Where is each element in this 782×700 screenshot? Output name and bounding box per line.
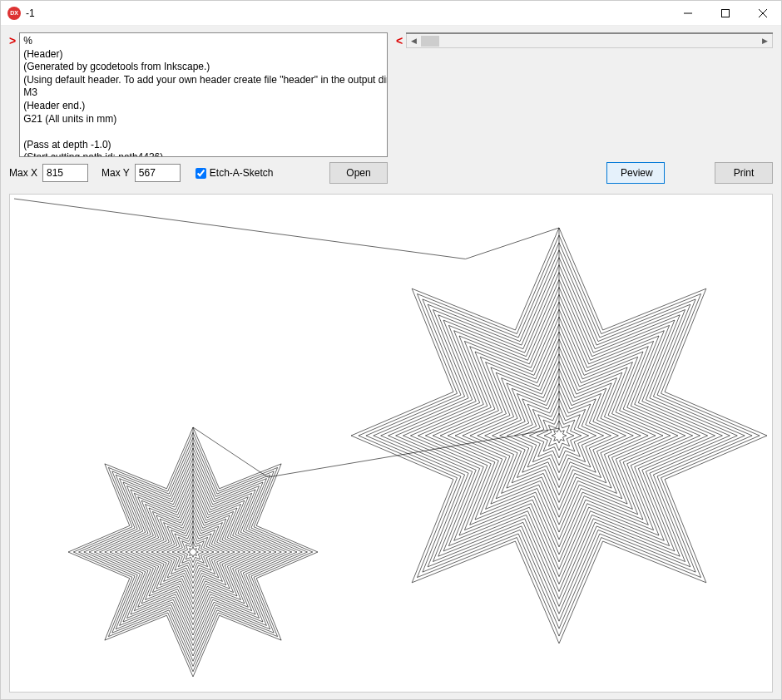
max-y-input[interactable] — [135, 164, 181, 182]
gcode-textarea[interactable] — [19, 32, 388, 157]
maximize-icon — [721, 9, 730, 17]
output-row: < ◀ ▶ — [396, 32, 773, 157]
scroll-right-icon[interactable]: ▶ — [758, 35, 772, 47]
svg-rect-1 — [721, 9, 729, 17]
etch-checkbox-wrap[interactable]: Etch-A-Sketch — [196, 167, 274, 179]
max-x-label: Max X — [9, 167, 37, 179]
preview-canvas — [9, 194, 773, 693]
titlebar: DX -1 — [1, 1, 781, 26]
path-drawing — [10, 195, 773, 693]
max-x-input[interactable] — [42, 164, 88, 182]
content-area: > Max X Max Y Etch-A-Sketch Open — [1, 26, 781, 699]
app-icon: DX — [7, 7, 21, 20]
minimize-icon — [684, 9, 692, 17]
open-button[interactable]: Open — [329, 162, 388, 184]
app-window: DX -1 > Max X Ma — [0, 0, 782, 700]
right-controls: Peview Print — [396, 162, 773, 184]
output-hscroll[interactable]: ◀ ▶ — [406, 34, 773, 48]
minimize-button[interactable] — [669, 1, 706, 26]
window-title: -1 — [26, 7, 35, 19]
etch-label: Etch-A-Sketch — [210, 167, 274, 179]
top-panels: > Max X Max Y Etch-A-Sketch Open — [9, 32, 773, 184]
right-marker: < — [396, 34, 403, 47]
close-icon — [759, 9, 767, 17]
right-panel: < ◀ ▶ Peview Print — [396, 32, 773, 184]
window-controls — [669, 1, 781, 26]
preview-button[interactable]: Peview — [606, 162, 665, 184]
close-button[interactable] — [744, 1, 781, 26]
etch-checkbox[interactable] — [196, 168, 206, 179]
scroll-left-icon[interactable]: ◀ — [407, 35, 421, 47]
print-button[interactable]: Print — [715, 162, 773, 184]
maximize-button[interactable] — [706, 1, 744, 26]
left-controls: Max X Max Y Etch-A-Sketch Open — [9, 162, 388, 184]
left-panel: > Max X Max Y Etch-A-Sketch Open — [9, 32, 388, 184]
max-y-label: Max Y — [101, 167, 130, 179]
scroll-thumb[interactable] — [421, 36, 439, 47]
gcode-row: > — [9, 32, 388, 157]
left-marker: > — [9, 34, 16, 47]
